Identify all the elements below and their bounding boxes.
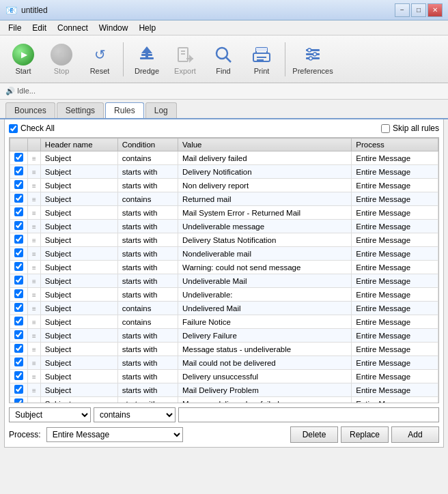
row-checkbox[interactable] [14,180,23,189]
row-process: Entire Message [352,274,438,288]
row-check[interactable] [10,370,28,383]
table-row[interactable]: ≡ Subject starts with Nondeliverable mai… [10,247,438,261]
delete-button[interactable]: Delete [290,426,338,443]
row-checkbox[interactable] [14,289,23,298]
value-input[interactable] [178,407,439,422]
rules-table-container[interactable]: Header name Condition Value Process ≡ Su… [9,137,439,403]
row-condition: starts with [117,356,178,370]
table-row[interactable]: ≡ Subject contains Failure Notice Entire… [10,315,438,329]
start-button[interactable]: Start [5,40,41,78]
row-check[interactable] [10,315,28,329]
row-checkbox[interactable] [14,371,23,380]
table-row[interactable]: ≡ Subject starts with Delivery Status No… [10,233,438,247]
row-checkbox[interactable] [14,194,23,203]
table-row[interactable]: ≡ Subject starts with Undeliverable: Ent… [10,288,438,302]
table-row[interactable]: ≡ Subject starts with Delivery unsuccess… [10,370,438,383]
find-button[interactable]: Find [206,40,241,78]
check-all-checkbox[interactable] [9,124,18,133]
row-checkbox[interactable] [14,276,23,285]
row-check[interactable] [10,343,28,356]
row-check[interactable] [10,288,28,302]
table-row[interactable]: ≡ Subject contains Undelivered Mail Enti… [10,302,438,315]
status-bar: 🔊 Idle... [0,83,448,100]
table-row[interactable]: ≡ Subject contains Returned mail Entire … [10,192,438,206]
toolbar: Start Stop ↺ Reset Dredge [0,35,448,83]
table-row[interactable]: ≡ Subject starts with Undeliverable Mail… [10,274,438,288]
row-check[interactable] [10,206,28,220]
row-checkbox[interactable] [14,207,23,216]
table-row[interactable]: ≡ Subject starts with Message delivery h… [10,397,438,404]
table-row[interactable]: ≡ Subject contains Mail delivery failed … [10,151,438,165]
reset-button[interactable]: ↺ Reset [82,40,117,78]
tab-bounces[interactable]: Bounces [5,102,55,118]
row-check[interactable] [10,179,28,192]
row-condition: contains [117,315,178,329]
row-checkbox[interactable] [14,398,23,403]
dredge-label: Dredge [135,67,159,75]
table-row[interactable]: ≡ Subject starts with Mail could not be … [10,356,438,370]
check-all-label[interactable]: Check All [9,124,55,133]
row-check[interactable] [10,151,28,165]
row-check[interactable] [10,233,28,247]
skip-all-label[interactable]: Skip all rules [381,124,439,133]
row-check[interactable] [10,302,28,315]
menu-edit[interactable]: Edit [27,22,52,34]
row-checkbox[interactable] [14,221,23,230]
menu-help[interactable]: Help [133,22,161,34]
close-button[interactable]: ✕ [428,3,443,17]
row-value: Undeliverable Mail [178,274,351,288]
tab-settings[interactable]: Settings [57,102,104,118]
row-check[interactable] [10,397,28,404]
table-row[interactable]: ≡ Subject starts with Undeliverable mess… [10,220,438,233]
table-row[interactable]: ≡ Subject starts with Warning: could not… [10,261,438,274]
row-checkbox[interactable] [14,330,23,339]
menu-bar: File Edit Connect Window Help [0,20,448,35]
maximize-button[interactable]: □ [411,3,426,17]
export-button[interactable]: Export [167,40,203,78]
table-row[interactable]: ≡ Subject starts with Mail Delivery Prob… [10,383,438,397]
row-check[interactable] [10,165,28,179]
row-checkbox[interactable] [14,153,23,162]
row-checkbox[interactable] [14,262,23,271]
skip-all-checkbox[interactable] [381,124,390,133]
row-drag: ≡ [28,302,41,315]
menu-window[interactable]: Window [94,22,134,34]
menu-connect[interactable]: Connect [52,22,94,34]
dredge-button[interactable]: Dredge [129,40,165,78]
header-select[interactable]: Subject From To Date [9,407,91,422]
row-check[interactable] [10,247,28,261]
row-checkbox[interactable] [14,248,23,257]
minimize-button[interactable]: − [395,3,410,17]
print-button[interactable]: Print [244,40,279,78]
tab-rules[interactable]: Rules [105,102,144,118]
table-row[interactable]: ≡ Subject starts with Non delivery repor… [10,179,438,192]
row-check[interactable] [10,274,28,288]
row-check[interactable] [10,383,28,397]
menu-file[interactable]: File [3,22,27,34]
row-drag: ≡ [28,165,41,179]
process-select[interactable]: Entire Message Header Only Body Only [46,427,183,442]
replace-button[interactable]: Replace [341,426,389,443]
row-check[interactable] [10,329,28,343]
add-button[interactable]: Add [391,426,439,443]
row-checkbox[interactable] [14,344,23,353]
row-checkbox[interactable] [14,385,23,394]
row-checkbox[interactable] [14,317,23,325]
row-check[interactable] [10,220,28,233]
row-check[interactable] [10,192,28,206]
row-checkbox[interactable] [14,235,23,244]
row-checkbox[interactable] [14,166,23,175]
row-condition: contains [117,151,178,165]
table-row[interactable]: ≡ Subject starts with Delivery Failure E… [10,329,438,343]
tab-log[interactable]: Log [145,102,177,118]
table-row[interactable]: ≡ Subject starts with Delivery Notificat… [10,165,438,179]
condition-select[interactable]: contains starts with ends with equals [94,407,176,422]
row-checkbox[interactable] [14,303,23,312]
row-check[interactable] [10,261,28,274]
table-row[interactable]: ≡ Subject starts with Message status - u… [10,343,438,356]
row-check[interactable] [10,356,28,370]
stop-button[interactable]: Stop [44,40,79,78]
preferences-button[interactable]: Preferences [291,40,335,78]
table-row[interactable]: ≡ Subject starts with Mail System Error … [10,206,438,220]
row-checkbox[interactable] [14,358,23,366]
